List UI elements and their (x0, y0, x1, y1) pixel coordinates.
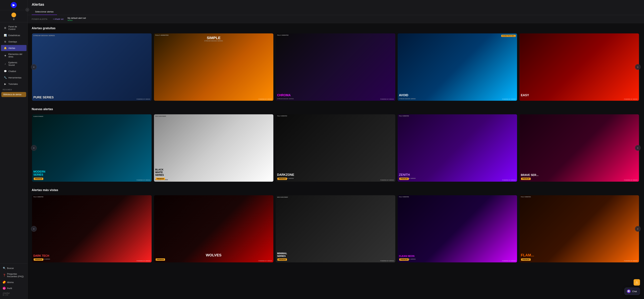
sidebar-language[interactable]: Idioma (0, 279, 28, 285)
sidebar-profile[interactable]: ▶ Perfil (0, 285, 28, 291)
section-title-nuevas: Nuevas alertas (32, 107, 640, 111)
premium-badge: Premium (156, 178, 165, 180)
card-minimal[interactable]: NEW SUBSCRIBER MINIMALSERIES POWERED BY … (276, 195, 395, 262)
add-set-button[interactable]: + Añadir set (52, 17, 65, 21)
carousel-mas-vistas: ‹ FULLY ANIMATED DARK TECH STREAM DESIGN… (32, 195, 640, 263)
sidebar-logo[interactable]: ▶ (0, 0, 28, 10)
premium-badge: Premium (521, 178, 531, 180)
sidebar: ▶ 0 ⊞ Panel de Control 📊 Estadísticas ⧉ … (0, 0, 28, 299)
section-title-mas-vistas: Alertas más vistas (32, 188, 640, 192)
sidebar-item-label: Elementos del strea (8, 53, 24, 58)
section-title-gratuitas: Alertas gratuitas (32, 27, 640, 30)
premium-badge: Premium (34, 258, 43, 261)
tab-bar: Seleccionar alertas (32, 9, 640, 15)
chatbot-icon: 💬 (4, 70, 7, 73)
avatar (12, 13, 16, 17)
content-area: Alertas gratuitas ‹ STREAM DESIGN SERIES… (28, 23, 644, 299)
language-flag (3, 281, 6, 284)
card-wolves[interactable]: WOLVES POWERED BY ØWN3D Premium (154, 195, 274, 262)
card-chroma[interactable]: FULLY ANIMATED CHROMA STREAM DESIGN SERI… (276, 34, 395, 101)
sidebar-collapse-button[interactable]: ‹ (26, 8, 29, 12)
sidebar-nav: ⊞ Panel de Control 📊 Estadísticas ⧉ Over… (0, 22, 28, 263)
lang-label: Idioma (7, 281, 14, 283)
sidebar-item-label: Herramientas (8, 76, 22, 79)
main-header: Alertas Seleccionar alertas (28, 0, 644, 15)
card-simple[interactable]: FULLY ANIMATED SIMPLE STREAM DESIGN SERI… (154, 34, 274, 101)
premium-badge: Premium (399, 178, 409, 180)
sidebar-item-label: Panel de Control (8, 25, 24, 30)
carousel-next-mas-vistas[interactable]: › (635, 226, 641, 232)
biblioteca-button[interactable]: Biblioteca de alertas (1, 92, 26, 97)
user-id: ID: 172 (3, 294, 25, 296)
app-logo: ▶ (11, 2, 17, 8)
sidebar-item-estadisticas[interactable]: 📊 Estadísticas (1, 32, 26, 38)
premium-badge: Premium (521, 258, 531, 261)
card-cleanneon[interactable]: FULLY ANIMATED CLEAN NEON STREAM DESIGN … (398, 195, 517, 262)
sidebar-item-label: Tutoriales (8, 83, 18, 85)
card-avoid[interactable]: AVOID STREAM DESIGN SERIES SOUND PACK IN… (398, 34, 517, 101)
premium-badge: Premium (34, 178, 43, 180)
sidebar-item-panel[interactable]: ⊞ Panel de Control (1, 24, 26, 32)
premium-badge: Premium (399, 258, 409, 261)
sections-wrapper: Alertas gratuitas ‹ STREAM DESIGN SERIES… (28, 23, 644, 276)
profile-label: Perfil (7, 287, 12, 289)
sidebar-search[interactable]: 🔍 Buscar (0, 265, 28, 271)
search-icon: 🔍 (3, 267, 6, 270)
sidebar-item-epidemic[interactable]: ♪ Epidemic Sound (1, 60, 26, 68)
sidebar-item-label: Estadísticas (8, 34, 20, 37)
sidebar-item-alertas[interactable]: 🔔 Alertas (1, 45, 26, 51)
chat-label: Chat (632, 290, 637, 293)
sidebar-bottom: 🔍 Buscar ❓ Preguntas frecuentes (FAQ) Id… (0, 263, 28, 299)
alert-set-panel: PONER ALERTA + Añadir set My default ale… (28, 15, 644, 23)
poner-alerta-label: PONER ALERTA (32, 18, 48, 20)
sidebar-item-tutoriales[interactable]: ▶ Tutoriales (1, 81, 26, 87)
card-pure-series[interactable]: STREAM DESIGN SERIES PURE SERIES POWERED… (32, 34, 152, 101)
card-flam[interactable]: FULLY ANIMATED FLAM... POWERED BY ØWN3D … (520, 195, 639, 262)
chat-icon: 💬 (627, 289, 630, 293)
estadisticas-icon: 📊 (4, 34, 7, 37)
carousel-gratuitas: ‹ STREAM DESIGN SERIES PURE SERIES POWER… (32, 33, 640, 101)
cards-gratuitas: STREAM DESIGN SERIES PURE SERIES POWERED… (32, 33, 640, 101)
sidebar-item-label: Overlays (8, 41, 17, 43)
alert-set-item[interactable]: My default alert set Activo (68, 17, 86, 21)
user-count: 0 (13, 18, 14, 21)
card-brave[interactable]: BRAVE SER... POWERED BY ØWN3D Premium (520, 114, 639, 182)
sidebar-faq[interactable]: ❓ Preguntas frecuentes (FAQ) (0, 271, 28, 279)
panel-icon: ⊞ (4, 26, 7, 29)
carousel-prev-nuevas[interactable]: ‹ (31, 145, 37, 151)
main-content: Alertas Seleccionar alertas PONER ALERTA… (28, 0, 644, 299)
sidebar-item-elementos[interactable]: ◈ Elementos del strea (1, 51, 26, 60)
card-blackwhite[interactable]: NEW SUBSCRIBER BLACKWHITESERIES POWERED … (154, 114, 274, 182)
faq-icon: ❓ (3, 274, 6, 277)
alert-set-name: My default alert set (68, 17, 86, 19)
premium-badge: Premium (278, 178, 287, 180)
premium-badge: Premium (278, 258, 287, 261)
resumen-label: RESUMEN (0, 87, 28, 91)
tab-seleccionar-alertas[interactable]: Seleccionar alertas (32, 9, 57, 15)
carousel-prev-mas-vistas[interactable]: ‹ (31, 226, 37, 232)
sidebar-meta: v54a35af ID: 172 (0, 291, 28, 298)
card-easy[interactable]: EASY POWERED BY ØWN3D (520, 34, 639, 101)
premium-badge: Premium (156, 258, 165, 261)
chat-button[interactable]: 💬 Chat (624, 287, 640, 295)
sidebar-item-label: Alertas (8, 47, 15, 49)
carousel-next-nuevas[interactable]: › (635, 145, 641, 151)
section-mas-vistas: Alertas más vistas ‹ FULLY ANIMATED DARK… (32, 188, 640, 263)
section-gratuitas: Alertas gratuitas ‹ STREAM DESIGN SERIES… (32, 27, 640, 101)
card-darktech[interactable]: FULLY ANIMATED DARK TECH STREAM DESIGN S… (32, 195, 152, 262)
sidebar-user-section: 0 (0, 10, 28, 22)
search-label: Buscar (7, 267, 14, 269)
overlays-icon: ⧉ (4, 40, 7, 43)
card-zenith[interactable]: FULLY ANIMATED ZENITH STREAM DESIGN SERI… (398, 114, 517, 182)
sidebar-item-label: Epidemic Sound (8, 61, 24, 66)
warning-button[interactable]: ⚠ (634, 279, 640, 285)
herramientas-icon: 🔧 (4, 76, 7, 79)
card-darkzone[interactable]: FULLY ANIMATED DARKZONE STREAM DESIGN SE… (276, 114, 395, 182)
page-title: Alertas (32, 2, 640, 7)
cards-nuevas: SUBSCRIBER MODERNSERIES POWERED BY ØWN3D… (32, 114, 640, 182)
sidebar-item-overlays[interactable]: ⧉ Overlays (1, 39, 26, 45)
sidebar-item-herramientas[interactable]: 🔧 Herramientas (1, 75, 26, 81)
carousel-nuevas: ‹ SUBSCRIBER MODERNSERIES POWERED BY ØWN… (32, 114, 640, 182)
sidebar-item-chatbot[interactable]: 💬 Chatbot (1, 68, 26, 74)
card-modern-series[interactable]: SUBSCRIBER MODERNSERIES POWERED BY ØWN3D… (32, 114, 152, 182)
